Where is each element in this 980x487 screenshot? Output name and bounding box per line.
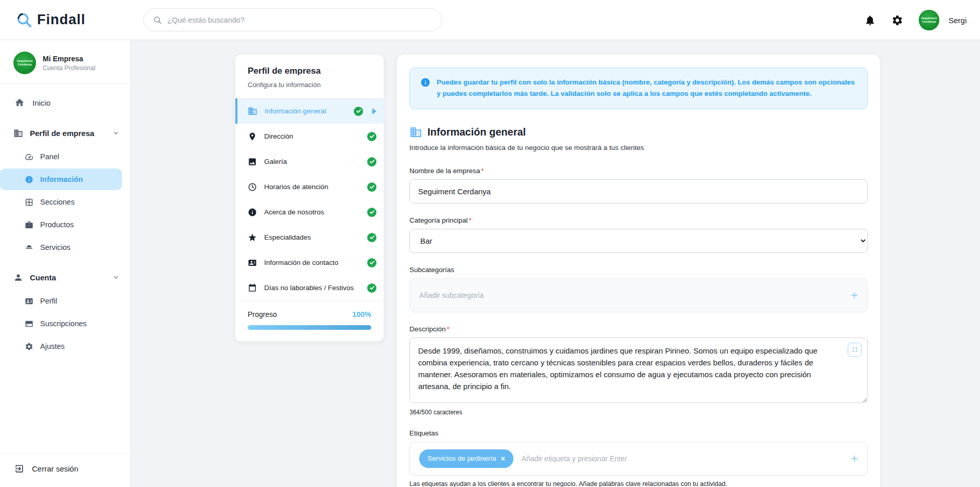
profile-nav-item-informacion-general[interactable]: Información general [235,98,384,124]
sidebar-item-label: Ajustes [40,342,65,350]
sidebar-item-informacion[interactable]: Información [0,169,122,190]
character-counter: 364/500 caracteres [409,409,868,416]
user-name[interactable]: Sergi [949,16,967,25]
logout-label: Cerrar sesión [32,464,78,473]
sidebar-item-label: Panel [40,153,59,161]
sidebar-section-perfil-de-empresa[interactable]: Perfil de empresa [0,121,130,145]
add-tag-button[interactable]: + [851,452,858,465]
subcategories-label: Subcategorías [409,266,868,274]
check-circle-icon [367,182,376,192]
company-avatar: Seguiment Cerdanya [13,52,36,74]
sidebar-section-cuenta[interactable]: Cuenta [0,265,130,289]
magnifier-logo-icon [15,11,33,29]
profile-nav-card: Perfil de empresa Configura tu informaci… [235,54,384,342]
check-circle-icon [367,283,376,293]
topbar-actions: Seguiment Cerdanya Sergi [864,0,967,40]
company-name: Mi Empresa [43,55,95,63]
check-circle-icon [354,107,363,116]
app-logo[interactable]: Findall [15,11,85,29]
logout-button[interactable]: Cerrar sesión [14,464,130,474]
profile-nav-label: Galería [264,158,360,165]
building-icon [248,106,257,116]
sidebar-item-productos[interactable]: Productos [0,214,122,236]
profile-nav-item-galeria[interactable]: Galería [235,149,384,174]
dashboard-icon [25,153,33,161]
topbar: Findall Seguiment Cerdanya Sergi [0,0,980,40]
profile-nav-item-horarios[interactable]: Horarios de atención [235,174,384,199]
person-icon [13,273,23,282]
category-label: Categoría principal* [409,216,868,224]
sections-grid-icon [25,198,33,207]
sidebar-item-panel[interactable]: Panel [0,146,122,167]
check-circle-icon [367,208,376,217]
chevron-down-icon [112,129,120,137]
user-avatar[interactable]: Seguiment Cerdanya [919,10,939,30]
tags-box[interactable]: Servicios de jardinería × Añadir etiquet… [409,442,868,476]
profile-nav-label: Horarios de atención [264,183,360,191]
profile-nav-label: Especialidades [264,233,360,241]
sidebar-item-suscripciones[interactable]: Suscripciones [0,313,122,334]
sidebar-item-secciones[interactable]: Secciones [0,191,122,213]
info-alert: Puedes guardar tu perfil con solo la inf… [409,68,868,109]
sidebar-item-perfil[interactable]: Perfil [0,290,122,312]
page-title: Información general [427,126,526,138]
company-name-field[interactable] [409,179,868,204]
star-icon [248,233,257,242]
subcategories-placeholder: Añadir subcategoría [419,291,851,299]
sidebar-item-inicio[interactable]: Inicio [0,91,130,114]
brand-name: Findall [37,12,85,28]
cloche-icon [25,243,33,252]
check-circle-icon [367,132,376,141]
profile-nav-label: Información de contacto [264,259,360,266]
bell-icon[interactable] [864,14,876,26]
calendar-icon [248,283,257,293]
info-alert-text: Puedes guardar tu perfil con solo la inf… [437,77,857,100]
progress-label: Progreso [248,310,277,318]
company-name-label: Nombre de la empresa* [409,167,868,175]
contact-card-icon [248,258,257,267]
page-subtitle: Introduce la información básica de tu ne… [409,144,868,152]
profile-nav-label: Días no laborables / Festivos [264,284,360,292]
sidebar-item-label: Servicios [40,243,71,251]
gear-icon[interactable] [891,14,903,26]
briefcase-icon [25,221,33,229]
category-select[interactable]: Bar [409,229,868,253]
search-input[interactable] [167,16,432,24]
description-label: Descripción* [409,325,868,333]
subcategories-box[interactable]: Añadir subcategoría + [409,278,868,312]
profile-nav-label: Información general [265,107,347,115]
description-textarea[interactable]: Desde 1999, diseñamos, construimos y cui… [409,338,868,403]
profile-nav-item-especialidades[interactable]: Especialidades [235,225,384,250]
building-icon [409,126,422,139]
clock-icon [248,182,257,192]
close-icon[interactable]: × [501,455,505,463]
add-subcategory-button[interactable]: + [851,289,858,301]
info-icon [248,208,257,217]
sidebar-section-label: Perfil de empresa [30,129,94,138]
sidebar-item-ajustes[interactable]: Ajustes [0,335,122,357]
building-icon [13,128,23,138]
global-search[interactable] [143,8,442,31]
profile-nav-item-contacto[interactable]: Información de contacto [235,250,384,275]
profile-nav-item-direccion[interactable]: Dirección [235,124,384,149]
tag-chip-label: Servicios de jardinería [427,455,496,462]
info-icon [420,77,431,100]
profile-nav-item-acerca[interactable]: Acerca de nosotros [235,199,384,225]
credit-card-icon [25,320,33,328]
profile-nav-subtitle: Configura tu información [248,81,371,89]
check-circle-icon [367,233,376,242]
profile-nav-item-festivos[interactable]: Días no laborables / Festivos [235,275,384,300]
expand-icon[interactable] [848,343,862,357]
sidebar-item-label: Información [40,175,83,183]
profile-nav-label: Acerca de nosotros [264,208,360,216]
company-account-type: Cuenta Profesional [43,64,95,72]
info-icon [25,175,33,184]
progress-block: Progreso 100% [235,300,384,341]
sidebar-item-label: Productos [40,221,74,229]
tags-help-text: Las etiquetas ayudan a los clientes a en… [409,480,868,487]
tag-chip[interactable]: Servicios de jardinería × [419,449,513,468]
sidebar-item-servicios[interactable]: Servicios [0,237,122,258]
tags-label: Etiquetas [409,429,868,437]
progress-value: 100% [352,310,371,318]
search-icon [153,15,162,25]
